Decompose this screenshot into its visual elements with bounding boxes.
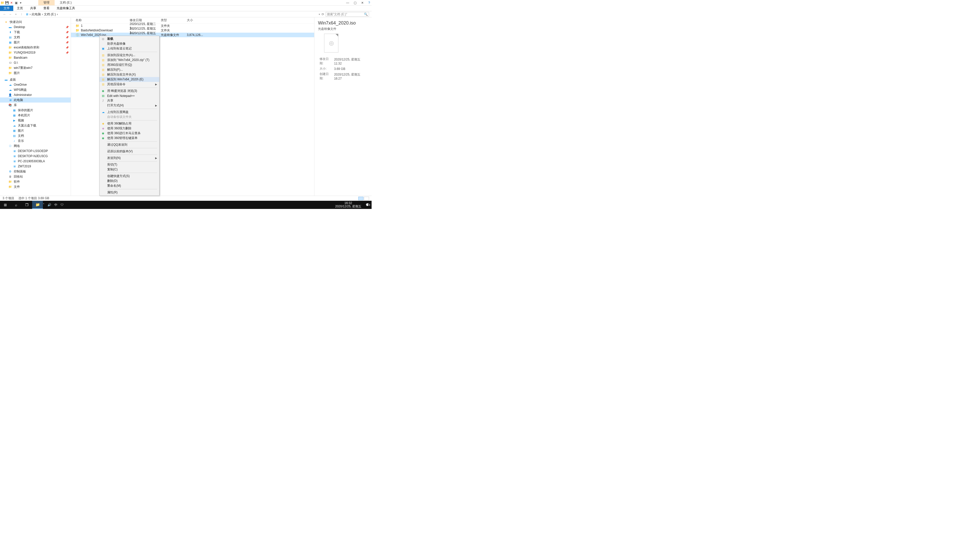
nav-software[interactable]: 📁软件 — [0, 179, 71, 184]
close-button[interactable]: ✕ — [361, 1, 364, 5]
nav-win7[interactable]: 📁win7重装win7 — [0, 65, 71, 70]
column-headers[interactable]: 名称 修改日期 类型 大小 — [71, 17, 314, 24]
nav-recycle[interactable]: 🗑回收站 — [0, 174, 71, 179]
nav-pc2[interactable]: 🖥DESKTOP-NJEU3CG — [0, 154, 71, 159]
clock[interactable]: 16:32 2020/12/25, 星期五 — [333, 202, 363, 208]
menu-burn[interactable]: 刻录光盘映像 — [100, 41, 159, 46]
menu-mount[interactable]: ◎装载 — [100, 37, 159, 41]
nav-local-photos[interactable]: ▦本机照片 — [0, 113, 71, 118]
menu-shortcut[interactable]: 创建快捷方式(S) — [100, 174, 159, 179]
nav-pictures[interactable]: ▦图片 — [0, 128, 71, 133]
details-view-icon[interactable] — [358, 197, 363, 200]
crumb-drive[interactable]: 文档 (E:) — [44, 12, 56, 17]
file-row[interactable]: 📁BaiduNetdiskDownload 2020/12/25, 星期五 1.… — [71, 28, 314, 33]
nav-onedrive[interactable]: ☁OneDrive — [0, 82, 71, 87]
nav-admin[interactable]: 👤Administrator — [0, 92, 71, 97]
menu-copy[interactable]: 复制(C) — [100, 167, 159, 172]
view-toggle[interactable] — [358, 197, 369, 200]
menu-cut[interactable]: 剪切(T) — [100, 162, 159, 167]
breadcrumb[interactable]: 🖥 › 此电脑 › 文档 (E:) › — [25, 12, 317, 17]
shield-icon[interactable]: 🛡 — [60, 203, 64, 206]
col-type[interactable]: 类型 — [161, 18, 187, 22]
large-view-icon[interactable] — [364, 197, 369, 200]
menu-qq[interactable]: 通过QQ发送到 — [100, 142, 159, 147]
nav-documents[interactable]: ▤文档📌 — [0, 35, 71, 40]
nav-this-pc[interactable]: 🖥此电脑 — [0, 97, 71, 103]
menu-notepad[interactable]: ▤Edit with Notepad++ — [100, 94, 159, 98]
new-icon[interactable]: ▣ — [14, 1, 18, 5]
menu-add-archive[interactable]: ▥添加到压缩文件(A)... — [100, 53, 159, 58]
tab-share[interactable]: 共享 — [27, 6, 40, 11]
tray-overflow-icon[interactable]: ˄ — [43, 203, 45, 206]
up-icon[interactable]: ↑ — [19, 13, 24, 16]
crumb-drop-icon[interactable]: ▾ — [319, 13, 320, 16]
menu-delete[interactable]: 删除(D) — [100, 179, 159, 183]
menu-extract-here[interactable]: ▥解压到当前文件夹(X) — [100, 72, 159, 77]
minimize-button[interactable]: — — [346, 1, 349, 5]
nav-gdrive[interactable]: ⛁G:\ — [0, 60, 71, 65]
nav-desktop[interactable]: ▬Desktop📌 — [0, 24, 71, 30]
menu-open-360[interactable]: ▥用360压缩打开(Q) — [100, 62, 159, 67]
nav-pc1[interactable]: 🖥DESKTOP-LSSOEDP — [0, 148, 71, 154]
nav-videos[interactable]: ▶视频 — [0, 118, 71, 123]
menu-rename[interactable]: 重命名(M) — [100, 183, 159, 188]
maximize-button[interactable]: ▢ — [354, 1, 356, 5]
menu-youdao[interactable]: ▣上传到有道云笔记 — [100, 46, 159, 51]
nav-wps[interactable]: ☁WPS网盘 — [0, 87, 71, 92]
menu-honey[interactable]: ◉用 蜂蜜浏览器 浏览(3) — [100, 89, 159, 94]
menu-extract-to[interactable]: ▥解压到(F)... — [100, 67, 159, 72]
tab-iso-tools[interactable]: 光盘映像工具 — [53, 6, 79, 11]
nav-yunqishi[interactable]: 📁YUNQISHI2019📌 — [0, 50, 71, 55]
tab-view[interactable]: 查看 — [40, 6, 53, 11]
action-center[interactable]: 💬3 — [363, 203, 372, 206]
nav-bandicam[interactable]: 📁Bandicam — [0, 55, 71, 60]
menu-360-force[interactable]: ◆使用 360强力删除 — [100, 126, 159, 131]
menu-360-unlock[interactable]: ◆使用 360解除占用 — [100, 121, 159, 126]
nav-quick-access[interactable]: ★快速访问 — [0, 19, 71, 24]
nav-pictures2[interactable]: 📁图片 — [0, 70, 71, 76]
menu-restore[interactable]: 还原以前的版本(V) — [100, 149, 159, 154]
menu-360-scan[interactable]: ◉使用 360进行木马云查杀 — [100, 131, 159, 136]
forward-icon[interactable]: → — [8, 13, 12, 16]
tab-home[interactable]: 主页 — [13, 6, 27, 11]
nav-desktop-root[interactable]: ▬桌面 — [0, 77, 71, 82]
save-icon[interactable]: 💾 — [5, 1, 9, 5]
contextual-tab-manage[interactable]: 管理 — [38, 0, 55, 5]
refresh-icon[interactable]: ⟳ — [321, 13, 324, 16]
nav-pictures-q[interactable]: ▦图片📌 — [0, 40, 71, 45]
help-icon[interactable]: ? — [368, 1, 370, 5]
recent-dropdown-icon[interactable]: ▾ — [14, 13, 18, 16]
nav-docs[interactable]: ▤文档 — [0, 133, 71, 138]
menu-extract-named[interactable]: ▥解压到 Win7x64_2020\ (E) — [100, 77, 159, 82]
search-button[interactable]: ⌕ — [11, 201, 21, 209]
volume-icon[interactable]: 🔊 — [48, 203, 51, 206]
nav-excel[interactable]: 📁excel表格制作求和📌 — [0, 45, 71, 50]
menu-baidu[interactable]: ☁上传到百度网盘 — [100, 110, 159, 114]
search-input[interactable]: 搜索"文档 (E:)" 🔍 — [326, 12, 369, 17]
col-size[interactable]: 大小 — [187, 18, 205, 22]
menu-add-zip[interactable]: ▥添加到 "Win7x64_2020.zip" (T) — [100, 58, 159, 62]
menu-open-with[interactable]: 打开方式(H)▶ — [100, 103, 159, 108]
ime-indicator[interactable]: 中 — [54, 203, 57, 207]
nav-files[interactable]: 📁文件 — [0, 184, 71, 189]
nav-libraries[interactable]: 📚库 — [0, 103, 71, 108]
dropdown-icon[interactable]: ▾ — [18, 1, 23, 5]
nav-tianyi[interactable]: ☁天翼云盘下载 — [0, 123, 71, 128]
nav-pc3[interactable]: 🖥PC-20190530OBLA — [0, 159, 71, 164]
nav-network[interactable]: ⚆网络 — [0, 143, 71, 148]
menu-send-to[interactable]: 发送到(N)▶ — [100, 156, 159, 160]
col-name[interactable]: 名称 — [76, 18, 130, 22]
nav-downloads[interactable]: ⬇下载📌 — [0, 30, 71, 35]
nav-music[interactable]: ♪音乐 — [0, 138, 71, 143]
menu-other-compress[interactable]: ▥其他压缩命令▶ — [100, 82, 159, 87]
menu-share[interactable]: ⤴共享 — [100, 98, 159, 103]
file-row[interactable]: 📁1 2020/12/15, 星期二 1... 文件夹 — [71, 24, 314, 28]
task-view-button[interactable]: ❐ — [21, 201, 32, 209]
tab-file[interactable]: 文件 — [0, 6, 13, 11]
start-button[interactable]: ⊞ — [0, 201, 11, 209]
menu-360-mgr[interactable]: ◉使用 360管理右键菜单 — [100, 136, 159, 141]
explorer-taskbar-icon[interactable]: 📁 — [32, 201, 43, 209]
back-icon[interactable]: ← — [3, 13, 6, 16]
crumb-this-pc[interactable]: 此电脑 — [32, 12, 41, 17]
nav-pc4[interactable]: 🖥ZMT2019 — [0, 164, 71, 169]
